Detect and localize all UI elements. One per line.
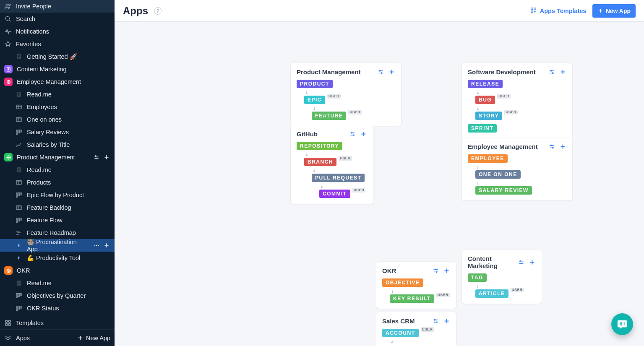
sidebar-pm-products[interactable]: Products bbox=[0, 176, 115, 189]
settings-icon[interactable] bbox=[432, 267, 439, 274]
arrow-icon bbox=[319, 185, 324, 190]
tag: SPRINT bbox=[468, 124, 497, 133]
tag: PULL REQUEST bbox=[312, 174, 365, 182]
settings-icon[interactable] bbox=[517, 258, 525, 266]
user-badge: USER bbox=[421, 327, 434, 332]
sidebar-pm-feature-flow[interactable]: Feature Flow bbox=[0, 214, 115, 226]
svg-point-59 bbox=[552, 72, 553, 73]
card-title: Sales CRM bbox=[382, 317, 415, 325]
card-okr[interactable]: OKR OBJECTIVE KEY RESULTUSER bbox=[376, 262, 456, 309]
app-icon bbox=[4, 78, 13, 86]
svg-rect-28 bbox=[18, 193, 20, 196]
card-employee-management[interactable]: Employee Management EMPLOYEE ONE ON ONE … bbox=[462, 138, 572, 200]
sidebar-employee-management[interactable]: Employee Management bbox=[0, 75, 115, 88]
new-app-button[interactable]: New App bbox=[592, 4, 636, 18]
arrow-icon bbox=[304, 91, 309, 96]
sidebar-em-salary-reviews[interactable]: Salary Reviews bbox=[0, 126, 115, 138]
label: Feature Roadmap bbox=[27, 229, 76, 236]
sidebar-pm-epic-flow[interactable]: Epic Flow by Product bbox=[0, 189, 115, 201]
apps-templates-link[interactable]: Apps Templates bbox=[530, 7, 587, 15]
help-icon[interactable]: ? bbox=[154, 7, 162, 15]
tag: PRODUCT bbox=[297, 80, 333, 88]
sidebar-invite[interactable]: Invite People bbox=[0, 0, 115, 13]
doc-icon bbox=[15, 53, 23, 60]
add-icon[interactable] bbox=[443, 267, 450, 274]
card-title: Employee Management bbox=[468, 143, 538, 150]
user-badge: USER bbox=[511, 288, 524, 292]
card-sales-crm[interactable]: Sales CRM ACCOUNTUSER bbox=[376, 312, 456, 346]
svg-rect-27 bbox=[16, 193, 18, 198]
card-product-management[interactable]: Product Management PRODUCT EPICUSER FEAT… bbox=[291, 63, 401, 126]
svg-rect-23 bbox=[18, 169, 20, 169]
label: Feature Flow bbox=[27, 217, 63, 224]
settings-icon[interactable] bbox=[93, 153, 100, 161]
card-content-marketing[interactable]: Content Marketing TAG ARTICLEUSER bbox=[462, 250, 542, 304]
sidebar-pm-feature-backlog[interactable]: Feature Backlog bbox=[0, 201, 115, 214]
sidebar-okr-objectives[interactable]: Objectives by Quarter bbox=[0, 289, 115, 302]
tag: REPOSITORY bbox=[297, 142, 342, 150]
sidebar-okr-status[interactable]: OKR Status bbox=[0, 302, 115, 315]
add-icon[interactable] bbox=[360, 130, 367, 138]
sidebar-em-salaries-title[interactable]: Salaries by Title bbox=[0, 138, 115, 151]
add-icon[interactable] bbox=[443, 317, 450, 325]
arrow-icon bbox=[475, 165, 480, 170]
svg-point-8 bbox=[7, 80, 10, 83]
activity-icon bbox=[4, 28, 12, 35]
settings-icon[interactable] bbox=[377, 68, 384, 75]
card-title: Software Development bbox=[468, 68, 536, 75]
sidebar-favorites[interactable]: Favorites bbox=[0, 38, 115, 50]
arrow-icon bbox=[475, 284, 480, 289]
arrow-icon bbox=[475, 107, 480, 112]
sidebar-content-marketing[interactable]: Content Marketing bbox=[0, 63, 115, 75]
sidebar-pm-readme[interactable]: Read.me bbox=[0, 164, 115, 176]
svg-rect-25 bbox=[18, 171, 19, 171]
sidebar-pm-productivity[interactable]: 💪 Productivity Tool bbox=[0, 252, 115, 264]
sidebar-em-employees[interactable]: Employees bbox=[0, 101, 115, 113]
intercom-button[interactable] bbox=[611, 313, 633, 335]
new-app-button[interactable]: New App bbox=[77, 335, 110, 341]
sidebar-em-oneonones[interactable]: One on ones bbox=[0, 113, 115, 126]
svg-point-1 bbox=[9, 4, 10, 5]
label: Read.me bbox=[27, 166, 52, 173]
canvas[interactable]: Product Management PRODUCT EPICUSER FEAT… bbox=[115, 22, 644, 346]
sidebar-product-management[interactable]: Product Management bbox=[0, 151, 115, 164]
sidebar-templates[interactable]: Templates bbox=[0, 317, 115, 329]
sidebar-okr[interactable]: OKR bbox=[0, 264, 115, 277]
user-badge: USER bbox=[497, 94, 511, 99]
sidebar-getting-started[interactable]: Getting Started 🚀 bbox=[0, 50, 115, 63]
sidebar-apps[interactable]: Apps New App bbox=[0, 329, 115, 346]
sidebar-pm-feature-roadmap[interactable]: Feature Roadmap bbox=[0, 226, 115, 239]
label: Apps bbox=[16, 335, 30, 341]
add-icon[interactable] bbox=[559, 143, 566, 150]
svg-point-38 bbox=[8, 270, 9, 271]
add-icon[interactable] bbox=[528, 258, 536, 266]
sidebar-notifications[interactable]: Notifications bbox=[0, 25, 115, 38]
card-github[interactable]: GitHub REPOSITORY BRANCHUSER PULL REQUES… bbox=[291, 125, 373, 204]
sidebar-search[interactable]: Search bbox=[0, 13, 115, 25]
add-icon[interactable] bbox=[103, 242, 110, 249]
add-icon[interactable] bbox=[103, 153, 110, 161]
settings-icon[interactable] bbox=[432, 317, 439, 325]
settings-icon[interactable] bbox=[349, 130, 356, 138]
add-icon[interactable] bbox=[388, 68, 395, 75]
app-icon bbox=[4, 266, 13, 275]
user-badge: USER bbox=[348, 110, 362, 114]
tag: EMPLOYEE bbox=[468, 154, 508, 163]
doc-icon bbox=[15, 166, 23, 174]
user-badge: USER bbox=[436, 293, 450, 297]
settings-icon[interactable] bbox=[548, 68, 555, 75]
tag: OBJECTIVE bbox=[382, 278, 423, 287]
more-icon[interactable] bbox=[93, 242, 100, 249]
svg-rect-50 bbox=[9, 320, 11, 323]
svg-rect-33 bbox=[20, 218, 21, 220]
settings-icon[interactable] bbox=[548, 143, 555, 150]
sidebar-em-readme[interactable]: Read.me bbox=[0, 88, 115, 101]
card-software-development[interactable]: Software Development RELEASE BUGUSER STO… bbox=[462, 63, 572, 138]
add-icon[interactable] bbox=[559, 68, 566, 75]
card-title: Product Management bbox=[297, 68, 361, 75]
label: Employee Management bbox=[17, 78, 81, 85]
sidebar-pm-procrastination[interactable]: 🦥 Procrastination App bbox=[0, 239, 115, 252]
sidebar-okr-readme[interactable]: Read.me bbox=[0, 277, 115, 289]
doc-icon bbox=[15, 91, 23, 98]
tag: RELEASE bbox=[468, 80, 503, 88]
